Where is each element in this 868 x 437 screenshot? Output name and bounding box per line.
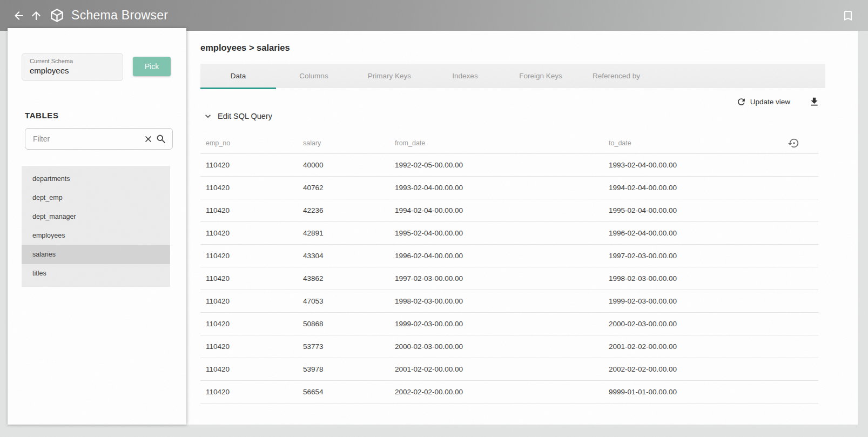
table-row[interactable]: 110420438621997-02-03-00.00.001998-02-03… (200, 267, 818, 290)
table-row[interactable]: 110420407621993-02-04-00.00.001994-02-04… (200, 177, 818, 199)
table-row[interactable]: 110420422361994-02-04-00.00.001995-02-04… (200, 199, 818, 222)
table-cell: 50868 (298, 320, 389, 328)
table-cell: 1998-02-03-00.00.00 (603, 274, 780, 283)
table-row[interactable]: 110420539782001-02-02-00.00.002002-02-02… (200, 358, 818, 381)
table-cell: 110420 (200, 161, 298, 169)
table-cell: 2000-02-03-00.00.00 (603, 320, 780, 328)
table-cell: 43304 (298, 252, 389, 260)
table-cell: 1999-02-03-00.00.00 (603, 297, 780, 305)
tables-heading: TABLES (25, 111, 186, 120)
table-cell: 110420 (200, 252, 298, 260)
table-cell: 110420 (200, 365, 298, 373)
table-cell: 110420 (200, 297, 298, 305)
update-view-button[interactable]: Update view (736, 97, 790, 107)
table-row[interactable]: 110420566542002-02-02-00.00.009999-01-01… (200, 381, 818, 404)
table-item-dept_emp[interactable]: dept_emp (22, 189, 170, 207)
bookmark-icon[interactable] (840, 8, 856, 24)
table-cell: 1998-02-03-00.00.00 (389, 297, 603, 305)
edit-sql-label: Edit SQL Query (218, 112, 272, 120)
tab-data[interactable]: Data (200, 64, 276, 88)
tab-foreign-keys[interactable]: Foreign Keys (503, 64, 578, 88)
table-cell: 2002-02-02-00.00.00 (389, 388, 603, 396)
table-cell: 1995-02-04-00.00.00 (603, 206, 780, 214)
table-row[interactable]: 110420400001992-02-05-00.00.001993-02-04… (200, 154, 818, 177)
table-row[interactable]: 110420428911995-02-04-00.00.001996-02-04… (200, 222, 818, 245)
filter-input[interactable] (33, 135, 141, 143)
table-cell: 110420 (200, 206, 298, 214)
back-icon[interactable] (11, 8, 27, 24)
table-list: departmentsdept_empdept_manageremployees… (22, 166, 170, 287)
table-cell: 110420 (200, 342, 298, 351)
table-cell: 9999-01-01-00.00.00 (603, 388, 780, 396)
pick-button[interactable]: Pick (133, 57, 171, 76)
column-header-salary[interactable]: salary (298, 139, 389, 147)
table-cell: 40000 (298, 161, 389, 169)
table-cell: 1996-02-04-00.00.00 (389, 252, 603, 260)
main-panel: employees > salaries DataColumnsPrimary … (186, 31, 858, 425)
table-cell: 42891 (298, 229, 389, 237)
table-header-row: emp_no salary from_date to_date (200, 132, 818, 154)
filter-box (25, 128, 173, 150)
current-schema-field[interactable]: Current Schema employees (22, 53, 123, 81)
edit-sql-query-toggle[interactable]: Edit SQL Query (203, 110, 272, 123)
table-row[interactable]: 110420433041996-02-04-00.00.001997-02-03… (200, 245, 818, 267)
table-cell: 53978 (298, 365, 389, 373)
tab-primary-keys[interactable]: Primary Keys (352, 64, 427, 88)
current-schema-label: Current Schema (30, 58, 123, 64)
table-cell: 110420 (200, 229, 298, 237)
column-header-to-date[interactable]: to_date (603, 139, 780, 147)
table-row[interactable]: 110420508681999-02-03-00.00.002000-02-03… (200, 313, 818, 335)
up-icon[interactable] (28, 8, 44, 24)
clear-filter-icon[interactable] (143, 134, 153, 144)
search-icon[interactable] (156, 133, 167, 145)
table-cell: 1995-02-04-00.00.00 (389, 229, 603, 237)
data-table: emp_no salary from_date to_date 11042040… (200, 132, 818, 404)
download-icon[interactable] (809, 96, 820, 107)
table-cell: 1993-02-04-00.00.00 (389, 184, 603, 192)
table-item-salaries[interactable]: salaries (22, 245, 170, 264)
table-item-dept_manager[interactable]: dept_manager (22, 207, 170, 226)
actions-row: Update view (186, 93, 858, 110)
table-cell: 53773 (298, 342, 389, 351)
column-header-emp-no[interactable]: emp_no (200, 139, 298, 147)
topbar: Schema Browser (0, 0, 868, 31)
cube-icon (49, 8, 65, 24)
tab-indexes[interactable]: Indexes (427, 64, 503, 88)
tab-columns[interactable]: Columns (276, 64, 352, 88)
table-cell: 1992-02-05-00.00.00 (389, 161, 603, 169)
tabstrip: DataColumnsPrimary KeysIndexesForeign Ke… (200, 64, 825, 88)
table-cell: 1994-02-04-00.00.00 (603, 184, 780, 192)
table-cell: 110420 (200, 184, 298, 192)
schema-row: Current Schema employees Pick (22, 53, 186, 81)
history-icon[interactable] (780, 137, 818, 149)
table-item-departments[interactable]: departments (22, 170, 170, 189)
app-title: Schema Browser (71, 8, 168, 23)
column-header-from-date[interactable]: from_date (389, 139, 603, 147)
table-cell: 110420 (200, 388, 298, 396)
table-cell: 110420 (200, 274, 298, 283)
table-cell: 2001-02-02-00.00.00 (389, 365, 603, 373)
table-cell: 1996-02-04-00.00.00 (603, 229, 780, 237)
table-cell: 2002-02-02-00.00.00 (603, 365, 780, 373)
table-cell: 2001-02-02-00.00.00 (603, 342, 780, 351)
tab-referenced-by[interactable]: Referenced by (578, 64, 654, 88)
table-cell: 110420 (200, 320, 298, 328)
table-cell: 2000-02-03-00.00.00 (389, 342, 603, 351)
table-item-employees[interactable]: employees (22, 226, 170, 245)
table-item-titles[interactable]: titles (22, 264, 170, 283)
table-cell: 56654 (298, 388, 389, 396)
table-cell: 40762 (298, 184, 389, 192)
table-cell: 1994-02-04-00.00.00 (389, 206, 603, 214)
sidebar: Current Schema employees Pick TABLES dep… (8, 28, 186, 425)
refresh-icon (736, 97, 746, 107)
table-cell: 47053 (298, 297, 389, 305)
table-row[interactable]: 110420537732000-02-03-00.00.002001-02-02… (200, 335, 818, 358)
update-view-label: Update view (750, 98, 790, 106)
table-cell: 1993-02-04-00.00.00 (603, 161, 780, 169)
table-cell: 43862 (298, 274, 389, 283)
table-cell: 1997-02-03-00.00.00 (603, 252, 780, 260)
table-cell: 1999-02-03-00.00.00 (389, 320, 603, 328)
current-schema-value: employees (30, 66, 123, 75)
breadcrumb: employees > salaries (200, 43, 858, 53)
table-row[interactable]: 110420470531998-02-03-00.00.001999-02-03… (200, 290, 818, 313)
